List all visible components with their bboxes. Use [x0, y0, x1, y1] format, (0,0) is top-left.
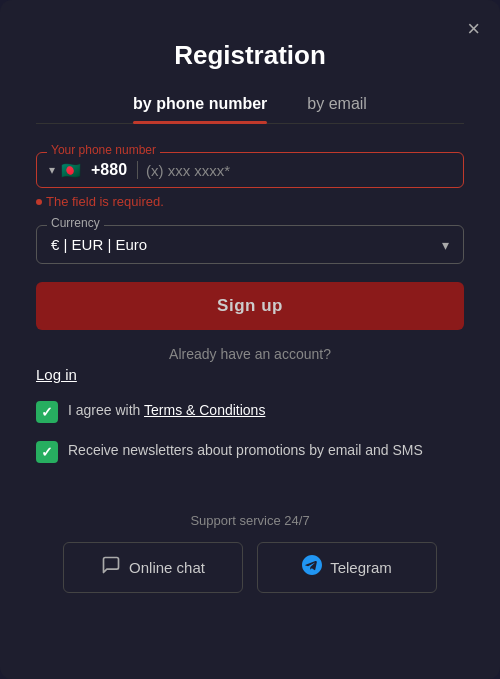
- flag-icon: 🇧🇩: [59, 162, 83, 178]
- checkmark-icon: ✓: [41, 444, 53, 460]
- terms-checkbox[interactable]: ✓: [36, 401, 58, 423]
- registration-modal: × Registration by phone number by email …: [0, 0, 500, 679]
- close-button[interactable]: ×: [467, 18, 480, 40]
- phone-input[interactable]: [146, 162, 451, 179]
- terms-link[interactable]: Terms & Conditions: [144, 402, 265, 418]
- tab-phone[interactable]: by phone number: [133, 95, 267, 123]
- telegram-button[interactable]: Telegram: [257, 542, 437, 593]
- chevron-down-icon: ▾: [442, 237, 449, 253]
- error-text-label: The field is required.: [46, 194, 164, 209]
- telegram-icon: [302, 555, 322, 580]
- currency-label: Currency: [47, 216, 104, 230]
- phone-section: Your phone number ▾ 🇧🇩 +880 The field is…: [36, 152, 464, 209]
- login-button[interactable]: Log in: [36, 366, 77, 383]
- terms-label: I agree with Terms & Conditions: [68, 401, 265, 421]
- currency-value: € | EUR | Euro: [51, 236, 147, 253]
- support-heading: Support service 24/7: [36, 513, 464, 528]
- newsletter-checkbox-row: ✓ Receive newsletters about promotions b…: [36, 441, 464, 463]
- phone-field-label: Your phone number: [47, 143, 160, 157]
- terms-checkbox-row: ✓ I agree with Terms & Conditions: [36, 401, 464, 423]
- newsletter-checkbox[interactable]: ✓: [36, 441, 58, 463]
- support-buttons: Online chat Telegram: [36, 542, 464, 593]
- error-dot-icon: [36, 199, 42, 205]
- tab-email[interactable]: by email: [307, 95, 367, 123]
- currency-field[interactable]: Currency € | EUR | Euro ▾: [36, 225, 464, 264]
- chevron-down-icon: ▾: [49, 163, 55, 177]
- online-chat-label: Online chat: [129, 559, 205, 576]
- country-selector[interactable]: ▾ 🇧🇩: [49, 162, 83, 178]
- already-account-text: Already have an account?: [36, 346, 464, 362]
- tab-bar: by phone number by email: [36, 95, 464, 124]
- newsletter-label: Receive newsletters about promotions by …: [68, 441, 423, 461]
- support-section: Support service 24/7 Online chat Telegra…: [36, 513, 464, 593]
- chat-icon: [101, 555, 121, 580]
- phone-code: +880: [91, 161, 138, 179]
- modal-title: Registration: [36, 40, 464, 71]
- error-message: The field is required.: [36, 194, 464, 209]
- signup-button[interactable]: Sign up: [36, 282, 464, 330]
- phone-field-wrapper: Your phone number ▾ 🇧🇩 +880: [36, 152, 464, 188]
- online-chat-button[interactable]: Online chat: [63, 542, 243, 593]
- telegram-label: Telegram: [330, 559, 392, 576]
- checkmark-icon: ✓: [41, 404, 53, 420]
